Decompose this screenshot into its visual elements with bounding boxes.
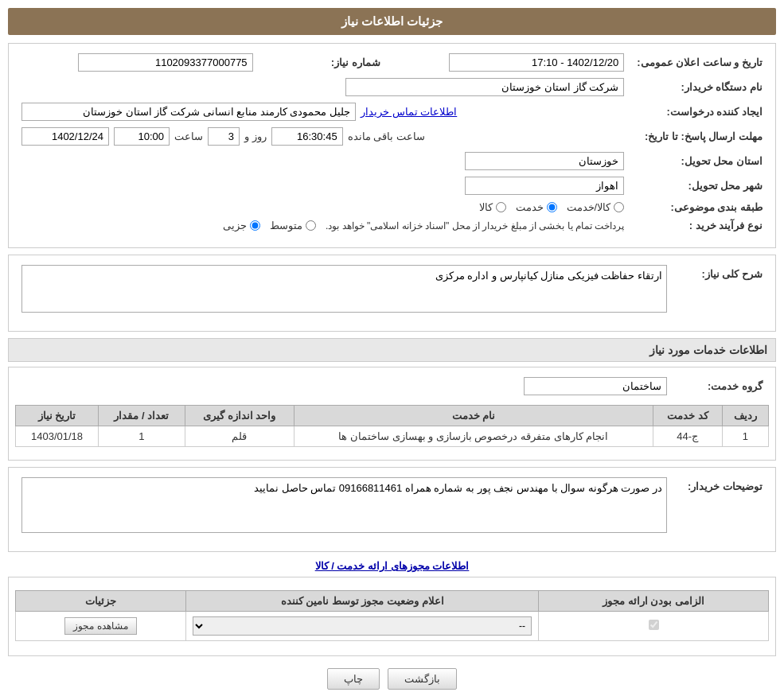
creator-input[interactable] [21, 103, 356, 121]
main-info-section: تاریخ و ساعت اعلان عمومی: شماره نیاز: نا… [8, 43, 776, 248]
th-name: نام خدمت [294, 406, 653, 426]
row-city: شهر محل تحویل: [15, 173, 769, 198]
row-creator: ایجاد کننده درخواست: اطلاعات تماس خریدار [15, 99, 769, 124]
category-kala[interactable]: کالا [479, 201, 506, 213]
table-row: 1 ج-44 انجام کارهای متفرقه درخصوص بازساز… [16, 426, 769, 447]
view-license-button[interactable]: مشاهده مجوز [64, 617, 136, 635]
purchase-type-juzei[interactable]: جزیی [223, 220, 260, 231]
purchase-type-radio-group: پرداخت تمام یا بخشی از مبلغ خریدار از مح… [21, 220, 624, 231]
services-table-head: ردیف کد خدمت نام خدمت واحد اندازه گیری ت… [16, 406, 769, 426]
print-button[interactable]: چاپ [327, 668, 380, 690]
row-purchase-type: نوع فرآیند خرید : پرداخت تمام یا بخشی از… [15, 216, 769, 235]
category-radio-kala[interactable] [496, 202, 506, 212]
purchase-type-note: پرداخت تمام یا بخشی از مبلغ خریدار از مح… [326, 220, 624, 231]
license-status-select[interactable]: -- [193, 616, 532, 636]
row-need-desc: شرح کلی نیاز: [15, 262, 769, 318]
license-title: اطلاعات مجوزهای ارائه خدمت / کالا [8, 560, 776, 572]
back-button[interactable]: بازگشت [388, 668, 457, 690]
purchase-radio-juzei[interactable] [250, 220, 260, 231]
service-group-input[interactable] [524, 377, 667, 395]
license-required-cell [539, 612, 769, 641]
th-license-required: الزامی بودن ارائه مجوز [539, 591, 769, 612]
row-category: طبقه بندی موضوعی: کالا/خدمت خدمت [15, 198, 769, 216]
row-province: استان محل تحویل: [15, 149, 769, 173]
category-radio-kala-khidmat[interactable] [614, 202, 624, 212]
cell-unit: قلم [185, 426, 294, 447]
purchase-type-label: نوع فرآیند خرید : [630, 216, 769, 235]
cell-quantity: 1 [99, 426, 185, 447]
city-input[interactable] [465, 177, 624, 195]
purchase-type-mutavasit-label: متوسط [270, 220, 302, 231]
purchase-type-juzei-label: جزیی [223, 220, 247, 231]
buyer-notes-textarea[interactable] [21, 477, 667, 533]
buyer-org-input[interactable] [345, 78, 624, 96]
need-desc-textarea[interactable] [21, 265, 667, 313]
row-service-group: گروه خدمت: [15, 374, 769, 399]
row-response-deadline: مهلت ارسال پاسخ: تا تاریخ: ساعت باقی مان… [15, 124, 769, 149]
license-details-cell: مشاهده مجوز [16, 612, 186, 641]
need-desc-section: شرح کلی نیاز: [8, 255, 776, 332]
response-days-input[interactable] [208, 127, 240, 146]
announce-date-input[interactable] [449, 53, 624, 72]
remaining-time-input[interactable] [271, 127, 343, 146]
response-time-input[interactable] [114, 127, 170, 146]
category-label: طبقه بندی موضوعی: [630, 198, 769, 216]
province-input[interactable] [465, 152, 624, 170]
cell-row: 1 [722, 426, 768, 447]
city-label: شهر محل تحویل: [630, 173, 769, 198]
creator-label: ایجاد کننده درخواست: [630, 99, 769, 124]
bottom-buttons: بازگشت چاپ [8, 668, 776, 690]
purchase-type-mutavasit[interactable]: متوسط [270, 220, 316, 231]
th-code: کد خدمت [653, 406, 722, 426]
category-khidmat[interactable]: خدمت [516, 201, 557, 213]
cell-code: ج-44 [653, 426, 722, 447]
page-container: جزئیات اطلاعات نیاز تاریخ و ساعت اعلان ع… [0, 0, 784, 696]
need-number-label: شماره نیاز: [259, 50, 387, 75]
category-radio-khidmat[interactable] [547, 202, 557, 212]
category-kala-label: کالا [479, 201, 493, 213]
row-need-number: تاریخ و ساعت اعلان عمومی: شماره نیاز: [15, 50, 769, 75]
th-date: تاریخ نیاز [16, 406, 99, 426]
license-section: الزامی بودن ارائه مجوز اعلام وضعیت مجوز … [8, 577, 776, 656]
row-buyer-notes: توضیحات خریدار: [15, 474, 769, 539]
response-deadline-label: مهلت ارسال پاسخ: تا تاریخ: [630, 124, 769, 149]
category-radio-group: کالا/خدمت خدمت کالا [21, 201, 624, 213]
cell-name: انجام کارهای متفرقه درخصوص بازسازی و بهس… [294, 426, 653, 447]
need-desc-label: شرح کلی نیاز: [673, 262, 769, 318]
main-title: جزئیات اطلاعات نیاز [8, 8, 776, 35]
license-table-head: الزامی بودن ارائه مجوز اعلام وضعیت مجوز … [16, 591, 769, 612]
license-table: الزامی بودن ارائه مجوز اعلام وضعیت مجوز … [15, 590, 769, 641]
services-section: گروه خدمت: ردیف کد خدمت نام خدمت واحد ان… [8, 367, 776, 461]
response-time-label: ساعت [174, 130, 203, 142]
table-row: -- مشاهده مجوز [16, 612, 769, 641]
license-required-checkbox[interactable] [649, 620, 659, 630]
services-table: ردیف کد خدمت نام خدمت واحد اندازه گیری ت… [15, 405, 769, 447]
buyer-org-label: نام دستگاه خریدار: [630, 75, 769, 99]
license-table-body: -- مشاهده مجوز [16, 612, 769, 641]
response-days-label: روز و [244, 130, 267, 142]
th-license-status: اعلام وضعیت مجوز توسط نامین کننده [186, 591, 539, 612]
category-kala-khidmat-label: کالا/خدمت [567, 201, 611, 213]
th-quantity: تعداد / مقدار [99, 406, 185, 426]
buyer-notes-section: توضیحات خریدار: [8, 467, 776, 552]
remaining-time-label: ساعت باقی مانده [348, 130, 425, 142]
need-number-input[interactable] [78, 53, 253, 72]
response-date-input[interactable] [21, 127, 109, 146]
buyer-notes-table: توضیحات خریدار: [15, 474, 769, 539]
category-kala-khidmat[interactable]: کالا/خدمت [567, 201, 625, 213]
services-header-row: ردیف کد خدمت نام خدمت واحد اندازه گیری ت… [16, 406, 769, 426]
announce-date-label: تاریخ و ساعت اعلان عمومی: [630, 50, 769, 75]
need-desc-table: شرح کلی نیاز: [15, 262, 769, 318]
creator-contact-link[interactable]: اطلاعات تماس خریدار [361, 106, 457, 118]
row-buyer-org: نام دستگاه خریدار: [15, 75, 769, 99]
th-row: ردیف [722, 406, 768, 426]
purchase-radio-mutavasit[interactable] [306, 220, 316, 231]
service-group-table: گروه خدمت: [15, 374, 769, 399]
category-khidmat-label: خدمت [516, 201, 544, 213]
license-status-cell: -- [186, 612, 539, 641]
license-header-row: الزامی بودن ارائه مجوز اعلام وضعیت مجوز … [16, 591, 769, 612]
province-label: استان محل تحویل: [630, 149, 769, 173]
buyer-notes-label: توضیحات خریدار: [673, 474, 769, 539]
th-unit: واحد اندازه گیری [185, 406, 294, 426]
info-table: تاریخ و ساعت اعلان عمومی: شماره نیاز: نا… [15, 50, 769, 235]
